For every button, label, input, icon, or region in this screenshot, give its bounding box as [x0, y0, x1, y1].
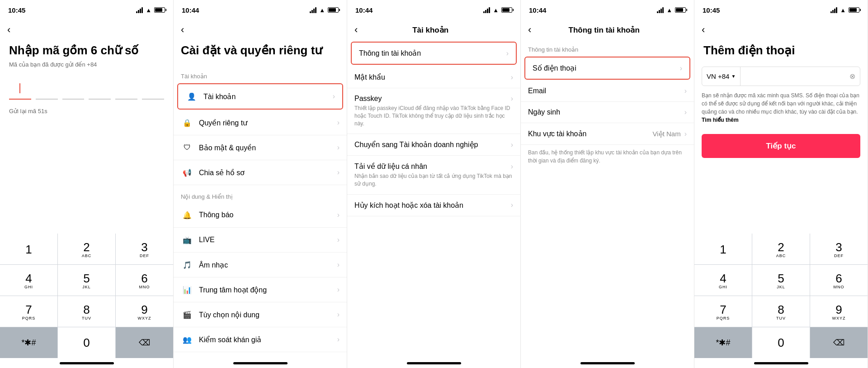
otp-box-3[interactable] — [62, 78, 85, 100]
numpad5-key-6[interactable]: 6MNO — [810, 265, 868, 296]
settings-item-music[interactable]: 🎵 Âm nhạc › — [174, 253, 347, 277]
settings-item-activity[interactable]: 📊 Trung tâm hoạt động › — [174, 277, 347, 302]
status-time-1: 10:45 — [8, 6, 25, 14]
numpad-key-9[interactable]: 9WXYZ — [116, 296, 173, 327]
numpad5-key-1[interactable]: 1 — [694, 234, 752, 264]
info-item-region[interactable]: Khu vực tài khoản Việt Nam › — [521, 123, 694, 145]
otp-box-1[interactable] — [9, 78, 31, 100]
notify-icon: 🔔 — [181, 209, 193, 221]
continue-button[interactable]: Tiếp tục — [702, 134, 860, 158]
info-item-email[interactable]: Email › — [521, 81, 694, 102]
account-item-password-row: Mật khẩu › — [354, 73, 513, 81]
numpad-key-5[interactable]: 5JKL — [58, 265, 115, 296]
numpad5-key-delete[interactable]: ⌫ — [810, 327, 868, 358]
numpad-key-1[interactable]: 1 — [0, 234, 57, 264]
status-icons-4: ▲ — [657, 7, 686, 14]
wifi-icon-2: ▲ — [319, 7, 325, 14]
settings-label-audience: Kiểm soát khán giả — [199, 335, 337, 344]
battery-icon-3 — [501, 7, 512, 13]
settings-item-audience[interactable]: 👥 Kiểm soát khán giả › — [174, 327, 347, 352]
settings-label-account: Tài khoản — [203, 92, 333, 101]
settings-label-share: Chia sẻ hồ sơ — [199, 168, 337, 177]
settings-item-ads[interactable]: 📣 Quảng cáo › — [174, 352, 347, 358]
chevron-activity: › — [337, 286, 340, 294]
back-button-5[interactable]: ‹ — [702, 24, 705, 36]
chevron-music: › — [337, 261, 340, 269]
back-button-1[interactable]: ‹ — [7, 24, 10, 36]
otp-box-5[interactable] — [115, 78, 137, 100]
numpad-key-special[interactable]: *✱# — [0, 327, 57, 358]
numpad-key-6[interactable]: 6MNO — [116, 265, 173, 296]
nav-bar-5: ‹ — [694, 20, 868, 40]
back-button-3[interactable]: ‹ — [354, 24, 358, 36]
chevron-account: › — [333, 92, 335, 100]
account-item-business-row: Chuyển sang Tài khoản doanh nghiệp › — [354, 140, 513, 149]
otp-subtext: Mã của bạn đã được gửi đến +84 — [0, 57, 173, 72]
numpad5-key-7[interactable]: 7PQRS — [694, 296, 752, 327]
signal-icon-2 — [310, 7, 316, 13]
account-item-delete[interactable]: Hủy kích hoạt hoặc xóa tài khoản › — [347, 195, 520, 216]
account-item-sub-passkey: Thiết lập passkey iCloud để đăng nhập và… — [354, 105, 513, 127]
settings-item-notify[interactable]: 🔔 Thông báo › — [174, 203, 347, 228]
account-item-title-business: Chuyển sang Tài khoản doanh nghiệp — [354, 140, 478, 149]
status-bar-3: 10:44 ▲ — [347, 0, 520, 20]
settings-item-account[interactable]: 👤 Tài khoản › — [177, 83, 343, 110]
account-item-info[interactable]: Thông tin tài khoản › — [352, 43, 516, 64]
numpad5-key-0[interactable]: 0 — [752, 327, 810, 358]
settings-content: Cài đặt và quyền riêng tư Tài khoản 👤 Tà… — [174, 40, 347, 358]
otp-box-2[interactable] — [36, 78, 58, 100]
account-item-business[interactable]: Chuyển sang Tài khoản doanh nghiệp › — [347, 134, 520, 156]
phone-number-input[interactable] — [741, 67, 845, 86]
phone-input-row: VN +84 ▼ ⊗ — [702, 67, 860, 86]
resend-text[interactable]: Gửi lại mã 51s — [0, 106, 173, 115]
chevron-info: › — [506, 49, 509, 57]
numpad-key-8[interactable]: 8TUV — [58, 296, 115, 327]
wifi-icon-1: ▲ — [146, 7, 151, 14]
status-time-3: 10:44 — [355, 6, 373, 14]
info-item-phone[interactable]: Số điện thoại › — [524, 57, 690, 80]
numpad5-key-4[interactable]: 4GHI — [694, 265, 752, 296]
account-content: Thông tin tài khoản › Mật khẩu › Passkey… — [347, 40, 520, 358]
numpad5-key-2[interactable]: 2ABC — [752, 234, 810, 264]
audience-icon: 👥 — [181, 333, 193, 346]
battery-icon-2 — [328, 7, 339, 13]
numpad5-key-3[interactable]: 3DEF — [810, 234, 868, 264]
settings-item-live[interactable]: 📺 LIVE › — [174, 228, 347, 253]
settings-item-share[interactable]: 📢 Chia sẻ hồ sơ › — [174, 160, 347, 185]
numpad5-key-8[interactable]: 8TUV — [752, 296, 810, 327]
settings-label-notify: Thông báo — [199, 211, 337, 219]
account-item-passkey[interactable]: Passkey › Thiết lập passkey iCloud để đă… — [347, 88, 520, 134]
numpad-key-2[interactable]: 2ABC — [58, 234, 115, 264]
back-button-4[interactable]: ‹ — [528, 24, 531, 36]
account-item-password[interactable]: Mật khẩu › — [347, 67, 520, 88]
numpad-key-3[interactable]: 3DEF — [116, 234, 173, 264]
numpad-key-delete[interactable]: ⌫ — [116, 327, 173, 358]
account-item-data[interactable]: Tải về dữ liệu cá nhân › Nhận bản sao dữ… — [347, 156, 520, 195]
numpad5-key-5[interactable]: 5JKL — [752, 265, 810, 296]
otp-box-4[interactable] — [89, 78, 111, 100]
account-item-wrapper-info: Thông tin tài khoản › — [351, 42, 517, 65]
settings-item-privacy[interactable]: 🔒 Quyền riêng tư › — [174, 110, 347, 135]
add-phone-content: Thêm điện thoại VN +84 ▼ ⊗ Bạn sẽ nhận đ… — [694, 40, 868, 234]
settings-item-content-opt[interactable]: 🎬 Tùy chọn nội dung › — [174, 302, 347, 327]
section-header-content: Nội dung & Hiển thị — [174, 185, 347, 203]
country-select[interactable]: VN +84 ▼ — [702, 67, 741, 86]
clear-button[interactable]: ⊗ — [845, 72, 860, 81]
learn-more-link[interactable]: Tìm hiểu thêm — [702, 117, 739, 123]
numpad-key-4[interactable]: 4GHI — [0, 265, 57, 296]
status-time-2: 10:44 — [182, 6, 199, 14]
info-label-birthday: Ngày sinh — [528, 108, 684, 116]
chevron-share: › — [337, 168, 340, 177]
screen-account-info: 10:44 ▲ ‹ Thông tin tài khoản Thông tin … — [521, 0, 694, 368]
numpad5-key-special[interactable]: *✱# — [694, 327, 752, 358]
info-item-birthday[interactable]: Ngày sinh › — [521, 102, 694, 123]
numpad5-key-9[interactable]: 9WXYZ — [810, 296, 868, 327]
chevron-phone: › — [680, 64, 682, 72]
back-button-2[interactable]: ‹ — [181, 24, 184, 36]
otp-box-6[interactable] — [142, 78, 164, 100]
chevron-birthday: › — [684, 108, 687, 116]
numpad-key-0[interactable]: 0 — [58, 327, 115, 358]
numpad-key-7[interactable]: 7PQRS — [0, 296, 57, 327]
settings-item-security[interactable]: 🛡 Bảo mật & quyền › — [174, 135, 347, 160]
otp-heading: Nhập mã gồm 6 chữ số — [0, 40, 173, 57]
